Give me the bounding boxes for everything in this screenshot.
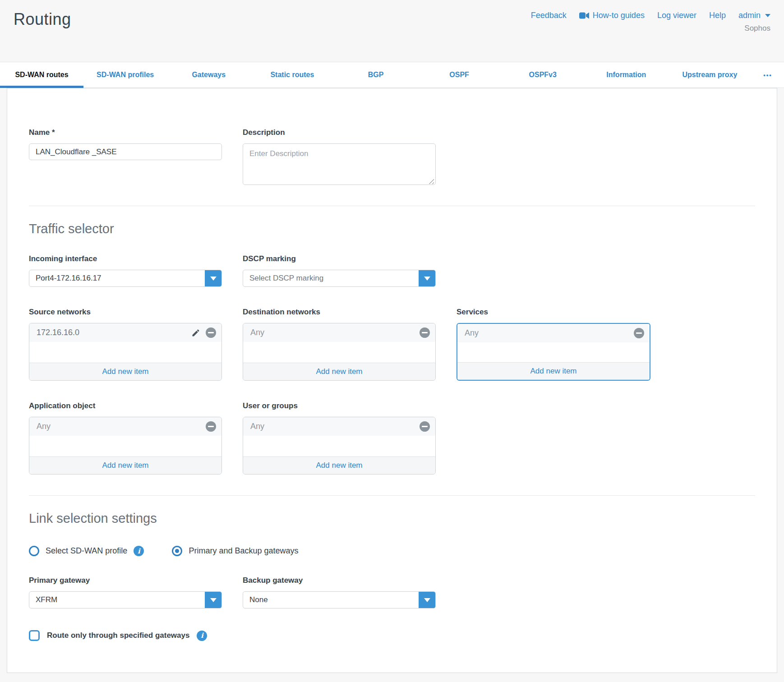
add-new-item-button[interactable]: Add new item xyxy=(243,456,435,474)
listbox-empty-area xyxy=(29,436,221,456)
description-textarea[interactable] xyxy=(243,143,436,185)
help-link[interactable]: Help xyxy=(709,11,726,20)
tab-information[interactable]: Information xyxy=(585,62,668,88)
link-selection-radios: Select SD-WAN profile i Primary and Back… xyxy=(29,546,755,556)
feedback-link[interactable]: Feedback xyxy=(531,11,567,20)
header-links: Feedback How-to guides Log viewer Help a… xyxy=(531,11,770,20)
name-label: Name * xyxy=(29,128,222,137)
source-networks-listbox: 172.16.16.0 Add new item xyxy=(29,323,222,381)
tab-ospf[interactable]: OSPF xyxy=(418,62,501,88)
dscp-marking-label: DSCP marking xyxy=(243,254,436,263)
name-field-group: Name * xyxy=(29,128,222,187)
route-only-checkbox[interactable] xyxy=(29,630,40,641)
dropdown-button[interactable] xyxy=(419,270,435,286)
gateways-row: Primary gateway XFRM Backup gateway None xyxy=(29,576,755,608)
admin-label: admin xyxy=(738,11,761,20)
list-item-value: Any xyxy=(250,328,420,337)
admin-menu[interactable]: admin xyxy=(738,11,770,20)
listbox-empty-area xyxy=(457,342,650,362)
tab-ospfv3[interactable]: OSPFv3 xyxy=(501,62,585,88)
list-item-value: Any xyxy=(250,422,420,431)
services-listbox: Any Add new item xyxy=(457,323,650,381)
application-object-label: Application object xyxy=(29,401,222,410)
chevron-down-icon xyxy=(424,598,430,602)
list-item: 172.16.16.0 xyxy=(29,323,221,342)
list-item-value: 172.16.16.0 xyxy=(37,328,191,337)
remove-item-icon[interactable] xyxy=(420,421,430,432)
link-selection-heading: Link selection settings xyxy=(29,511,755,526)
add-new-item-button[interactable]: Add new item xyxy=(457,362,650,380)
remove-item-icon[interactable] xyxy=(634,328,644,338)
backup-gateway-value: None xyxy=(243,592,419,608)
info-icon[interactable]: i xyxy=(197,631,207,641)
name-input[interactable] xyxy=(29,143,222,160)
more-tabs-button[interactable]: ••• xyxy=(752,62,784,88)
primary-gateway-value: XFRM xyxy=(29,592,205,608)
dropdown-button[interactable] xyxy=(419,592,435,608)
chevron-down-icon xyxy=(210,276,217,281)
howto-guides-link[interactable]: How-to guides xyxy=(579,11,645,20)
name-label-text: Name xyxy=(29,128,50,137)
primary-gateway-select[interactable]: XFRM xyxy=(29,591,222,608)
header-right: Feedback How-to guides Log viewer Help a… xyxy=(531,10,770,62)
dropdown-button[interactable] xyxy=(205,270,221,286)
incoming-interface-group: Incoming interface Port4-172.16.16.17 xyxy=(29,254,222,287)
remove-item-icon[interactable] xyxy=(420,327,430,338)
chevron-down-icon xyxy=(210,598,217,602)
info-icon[interactable]: i xyxy=(134,546,144,556)
section-divider xyxy=(29,206,755,206)
tab-bgp[interactable]: BGP xyxy=(334,62,417,88)
interface-dscp-row: Incoming interface Port4-172.16.16.17 DS… xyxy=(29,254,755,287)
tab-static-routes[interactable]: Static routes xyxy=(250,62,334,88)
backup-gateway-label: Backup gateway xyxy=(243,576,436,585)
user-or-groups-group: User or groups Any Add new item xyxy=(243,401,436,475)
edit-pencil-icon[interactable] xyxy=(191,328,200,337)
list-item-value: Any xyxy=(37,422,206,431)
remove-item-icon[interactable] xyxy=(206,327,216,338)
radio-label: Select SD-WAN profile xyxy=(46,546,127,556)
description-textarea-wrap xyxy=(243,143,436,187)
destination-networks-group: Destination networks Any Add new item xyxy=(243,308,436,381)
dscp-marking-value: Select DSCP marking xyxy=(243,270,419,286)
backup-gateway-select[interactable]: None xyxy=(243,591,436,608)
list-item: Any xyxy=(243,323,435,342)
services-group: Services Any Add new item xyxy=(457,308,650,381)
radio-icon-selected[interactable] xyxy=(172,546,182,556)
list-item: Any xyxy=(243,417,435,436)
add-new-item-button[interactable]: Add new item xyxy=(29,363,221,380)
backup-gateway-group: Backup gateway None xyxy=(243,576,436,608)
remove-item-icon[interactable] xyxy=(206,421,216,432)
add-new-item-button[interactable]: Add new item xyxy=(29,456,221,474)
feedback-label: Feedback xyxy=(531,11,567,20)
destination-networks-listbox: Any Add new item xyxy=(243,323,436,381)
description-field-group: Description xyxy=(243,128,436,187)
tab-sdwan-routes[interactable]: SD-WAN routes xyxy=(0,62,83,88)
name-description-row: Name * Description xyxy=(29,128,755,187)
route-only-row: Route only through specified gateways i xyxy=(29,630,755,641)
radio-icon[interactable] xyxy=(29,546,39,556)
required-asterisk: * xyxy=(52,128,55,137)
incoming-interface-select[interactable]: Port4-172.16.16.17 xyxy=(29,270,222,287)
radio-select-sdwan-profile[interactable]: Select SD-WAN profile i xyxy=(29,546,144,556)
tab-gateways[interactable]: Gateways xyxy=(167,62,250,88)
tab-bar: SD-WAN routes SD-WAN profiles Gateways S… xyxy=(0,62,784,88)
brand-label: Sophos xyxy=(531,24,770,33)
radio-label: Primary and Backup gateways xyxy=(189,546,298,556)
list-item: Any xyxy=(457,324,650,342)
tab-upstream-proxy[interactable]: Upstream proxy xyxy=(668,62,752,88)
listbox-empty-area xyxy=(29,342,221,363)
howto-guides-label: How-to guides xyxy=(593,11,645,20)
help-label: Help xyxy=(709,11,726,20)
destination-networks-label: Destination networks xyxy=(243,308,436,317)
section-divider xyxy=(29,495,755,496)
tab-sdwan-profiles[interactable]: SD-WAN profiles xyxy=(83,62,167,88)
page-title: Routing xyxy=(14,10,71,62)
log-viewer-link[interactable]: Log viewer xyxy=(657,11,696,20)
listbox-empty-area xyxy=(243,436,435,456)
add-new-item-button[interactable]: Add new item xyxy=(243,363,435,380)
listbox-empty-area xyxy=(243,342,435,363)
radio-primary-backup-gateways[interactable]: Primary and Backup gateways xyxy=(172,546,298,556)
dscp-marking-select[interactable]: Select DSCP marking xyxy=(243,270,436,287)
dropdown-button[interactable] xyxy=(205,592,221,608)
traffic-selector-heading: Traffic selector xyxy=(29,221,755,236)
